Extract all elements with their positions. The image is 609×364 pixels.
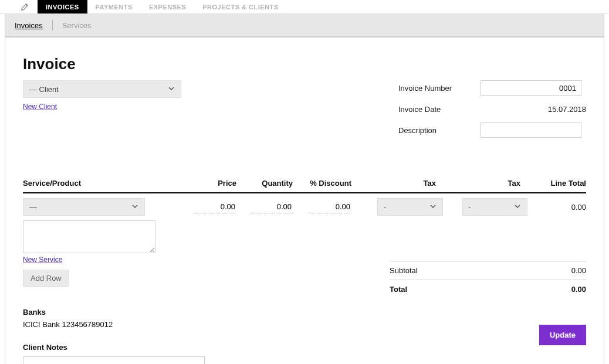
chevron-down-icon [168,85,175,94]
tax2-value: - [468,203,471,212]
invoice-date-label: Invoice Date [398,105,481,114]
invoice-date-row: Invoice Date 15.07.2018 [398,101,586,117]
edit-icon[interactable] [18,0,32,14]
client-notes-input[interactable] [23,356,205,364]
client-notes-header: Client Notes [23,343,586,352]
new-client-link[interactable]: New Client [23,103,57,111]
add-row-button[interactable]: Add Row [23,270,69,287]
subnav-invoices[interactable]: Invoices [13,21,44,30]
top-nav: INVOICES PAYMENTS EXPENSES PROJECTS & CL… [0,0,609,14]
header-row: — Client New Client Invoice Number Invoi… [23,80,586,144]
banks-header: Banks [23,308,586,317]
line-service-cell: — [23,198,187,216]
invoice-desc-label: Description [398,126,481,135]
update-button[interactable]: Update [539,325,586,345]
invoice-form: Invoice — Client New Client Invoice Numb… [5,37,604,364]
header-tax2: Tax [448,179,532,188]
chevron-down-icon [429,203,437,212]
client-column: — Client New Client [23,80,211,111]
chevron-down-icon [514,203,521,212]
line-qty-cell [236,200,293,213]
banks-block: Banks ICICI Bank 123456789012 [23,308,586,329]
quantity-input[interactable] [251,200,293,213]
tab-payments[interactable]: PAYMENTS [87,0,141,13]
line-price-cell [187,200,236,213]
new-service-link[interactable]: New Service [23,256,62,264]
total-label: Total [390,285,407,294]
invoice-number-label: Invoice Number [398,84,481,93]
subtotal-row: Subtotal 0.00 [390,261,586,280]
header-tax1: Tax [351,179,448,188]
header-line-total: Line Total [532,179,586,188]
header-price: Price [187,179,236,188]
header-discount: % Discount [293,179,351,188]
subnav-divider [52,20,53,30]
invoice-number-row: Invoice Number [398,80,586,96]
tab-expenses[interactable]: EXPENSES [141,0,194,13]
tax1-select[interactable]: - [377,198,443,216]
invoice-desc-row: Description [398,123,586,138]
bank-line: ICICI Bank 123456789012 [23,320,586,329]
service-select-value: — [29,203,37,212]
discount-input[interactable] [309,200,351,213]
tax1-value: - [384,203,386,212]
invoice-date-value[interactable]: 15.07.2018 [481,105,586,114]
tab-projects-clients[interactable]: PROJECTS & CLIENTS [194,0,286,13]
line-discount-cell [293,200,351,213]
line-row: — - [23,193,586,216]
tax2-select[interactable]: - [462,198,527,216]
client-select[interactable]: — Client [23,80,181,98]
header-quantity: Quantity [236,179,293,188]
subnav-services[interactable]: Services [61,21,93,30]
line-tax1-cell: - [351,198,448,216]
subtotal-label: Subtotal [390,266,418,275]
page-title: Invoice [23,55,586,73]
meta-column: Invoice Number Invoice Date 15.07.2018 D… [398,80,586,144]
sub-nav: Invoices Services [5,14,604,37]
invoice-desc-input[interactable] [481,123,581,138]
tab-invoices[interactable]: INVOICES [38,0,87,13]
line-description-input[interactable] [23,220,155,253]
total-row: Total 0.00 [390,280,586,298]
total-value: 0.00 [571,285,586,294]
client-select-value: — Client [29,85,59,94]
totals-block: Subtotal 0.00 Total 0.00 [390,261,586,298]
line-items-header: Service/Product Price Quantity % Discoun… [23,179,586,193]
invoice-number-input[interactable] [481,80,581,96]
service-select[interactable]: — [23,198,145,216]
subtotal-value: 0.00 [571,266,586,275]
price-input[interactable] [194,200,236,213]
line-tax2-cell: - [448,198,532,216]
chevron-down-icon [131,203,138,212]
line-total-value: 0.00 [532,203,586,212]
header-service: Service/Product [23,179,187,188]
app-root: INVOICES PAYMENTS EXPENSES PROJECTS & CL… [0,0,609,364]
